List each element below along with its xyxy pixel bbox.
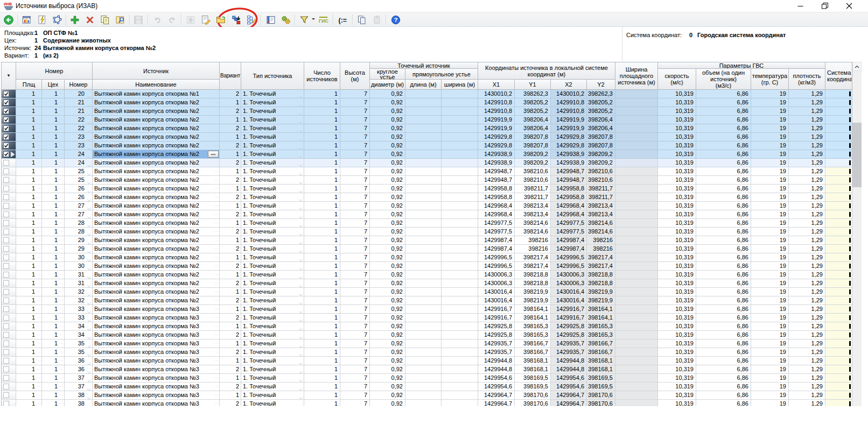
row-checkbox[interactable] <box>3 246 9 252</box>
cell-speed[interactable]: 10,319 <box>658 141 696 150</box>
cell-width[interactable] <box>442 271 478 279</box>
row-checkbox[interactable] <box>3 151 9 157</box>
cell-area_width[interactable] <box>615 374 658 383</box>
cell-diameter[interactable]: 0,92 <box>370 124 405 133</box>
cell-plsch[interactable]: 1… <box>16 322 42 331</box>
cell-temperature[interactable]: 19 <box>751 228 789 236</box>
cell-plsch[interactable]: 1… <box>16 271 42 279</box>
cell-area_width[interactable] <box>615 365 658 374</box>
cell-diameter[interactable]: 0,92 <box>370 193 405 202</box>
cell-length[interactable] <box>405 202 442 210</box>
cell-area_width[interactable] <box>615 159 658 167</box>
cell-y1[interactable]: 398166,7 <box>515 348 551 357</box>
cell-variant[interactable]: 1 <box>220 219 241 228</box>
row-selector-cell[interactable] <box>1 314 16 322</box>
cell-y1[interactable]: 398218,8 <box>515 279 551 288</box>
polygon-area-icon[interactable] <box>51 14 63 26</box>
cell-length[interactable] <box>405 210 442 219</box>
cell-area_width[interactable] <box>615 322 658 331</box>
transfer-data-icon[interactable] <box>230 14 242 26</box>
cell-speed[interactable]: 10,319 <box>658 365 696 374</box>
cell-plsch[interactable]: 1… <box>16 253 42 262</box>
cell-sys[interactable] <box>825 262 852 271</box>
cell-sys[interactable] <box>825 288 852 296</box>
cell-y1[interactable]: 398207,8 <box>515 141 551 150</box>
cell-count[interactable]: 1 <box>304 400 340 406</box>
cell-width[interactable] <box>442 150 478 159</box>
cell-density[interactable]: 1,29 <box>789 236 825 245</box>
cell-diameter[interactable]: 0,92 <box>370 339 405 348</box>
cell-temperature[interactable]: 19 <box>751 339 789 348</box>
filter-icon[interactable] <box>298 14 310 26</box>
column-header-density[interactable]: плотность (кг/м3) <box>789 69 825 90</box>
cell-density[interactable]: 1,29 <box>789 262 825 271</box>
cell-volume[interactable]: 6,86 <box>696 296 751 305</box>
cell-y1[interactable]: 398216 <box>515 245 551 253</box>
cell-plsch[interactable]: 1… <box>16 314 42 322</box>
cell-speed[interactable]: 10,319 <box>658 150 696 159</box>
cell-type[interactable]: 1. Точечный <box>241 391 304 400</box>
cell-length[interactable] <box>405 271 442 279</box>
cell-y1[interactable]: 398219,9 <box>515 288 551 296</box>
cell-type[interactable]: 1. Точечный <box>241 236 304 245</box>
cell-width[interactable] <box>442 305 478 314</box>
cell-x2[interactable]: 1429910,8 <box>551 98 587 107</box>
cell-y1[interactable]: 398213,4 <box>515 202 551 210</box>
cell-width[interactable] <box>442 159 478 167</box>
cell-temperature[interactable]: 19 <box>751 185 789 193</box>
row-checkbox[interactable] <box>3 306 9 312</box>
cell-count[interactable]: 1 <box>304 228 340 236</box>
column-header-plsch[interactable]: Плщ <box>16 80 42 90</box>
row-selector-cell[interactable] <box>1 322 16 331</box>
cell-plsch[interactable]: 1… <box>16 150 42 159</box>
cell-y2[interactable]: 398218,8 <box>587 271 615 279</box>
cell-x2[interactable]: 1429948,7 <box>551 176 587 185</box>
cell-plsch[interactable]: 1… <box>16 219 42 228</box>
cell-volume[interactable]: 6,86 <box>696 98 751 107</box>
cell-temperature[interactable]: 19 <box>751 305 789 314</box>
cell-temperature[interactable]: 19 <box>751 391 789 400</box>
cell-temperature[interactable]: 19 <box>751 271 789 279</box>
cell-area_width[interactable] <box>615 348 658 357</box>
cell-variant[interactable]: 1 <box>220 150 241 159</box>
cell-width[interactable] <box>442 236 478 245</box>
help-icon[interactable]: ? <box>390 14 402 26</box>
cell-x1[interactable]: 1429964,7 <box>478 391 515 400</box>
cell-plsch[interactable]: 1… <box>16 279 42 288</box>
cell-plsch[interactable]: 1… <box>16 374 42 383</box>
cell-density[interactable]: 1,29 <box>789 296 825 305</box>
cell-density[interactable]: 1,29 <box>789 107 825 116</box>
cell-ceh[interactable]: 1… <box>42 245 65 253</box>
cell-volume[interactable]: 6,86 <box>696 150 751 159</box>
row-selector-cell[interactable] <box>1 262 16 271</box>
cell-diameter[interactable]: 0,92 <box>370 167 405 176</box>
cell-x1[interactable]: 1429919,9 <box>478 124 515 133</box>
cell-x2[interactable]: 1429958,8 <box>551 185 587 193</box>
cell-temperature[interactable]: 19 <box>751 331 789 339</box>
cell-volume[interactable]: 6,86 <box>696 116 751 124</box>
cell-name[interactable]: Вытяжной камин корпуса откорма №2... <box>93 150 220 159</box>
cell-type[interactable]: 1. Точечный <box>241 159 304 167</box>
cell-y2[interactable]: 398214,6 <box>587 228 615 236</box>
cell-name[interactable]: Вытяжной камин корпуса откорма №2… <box>93 228 220 236</box>
cell-type[interactable]: 1. Точечный <box>241 141 304 150</box>
cell-ceh[interactable]: 1… <box>42 305 65 314</box>
cell-name[interactable]: Вытяжной камин корпуса откорма №2… <box>93 116 220 124</box>
cell-sys[interactable] <box>825 124 852 133</box>
cell-temperature[interactable]: 19 <box>751 90 789 98</box>
cell-count[interactable]: 1 <box>304 150 340 159</box>
cell-diameter[interactable]: 0,92 <box>370 176 405 185</box>
cell-x1[interactable]: 1430016,4 <box>478 288 515 296</box>
cell-x1[interactable]: 1429944,8 <box>478 365 515 374</box>
cell-height[interactable]: 7 <box>340 348 370 357</box>
row-checkbox[interactable] <box>3 341 9 346</box>
cell-plsch[interactable]: 1… <box>16 383 42 391</box>
cell-area_width[interactable] <box>615 245 658 253</box>
cell-density[interactable]: 1,29 <box>789 279 825 288</box>
cell-ceh[interactable]: 1… <box>42 159 65 167</box>
cell-y1[interactable]: 398168,1 <box>515 365 551 374</box>
cell-count[interactable]: 1 <box>304 193 340 202</box>
row-selector-cell[interactable] <box>1 124 16 133</box>
cell-height[interactable]: 7 <box>340 365 370 374</box>
cell-count[interactable]: 1 <box>304 262 340 271</box>
